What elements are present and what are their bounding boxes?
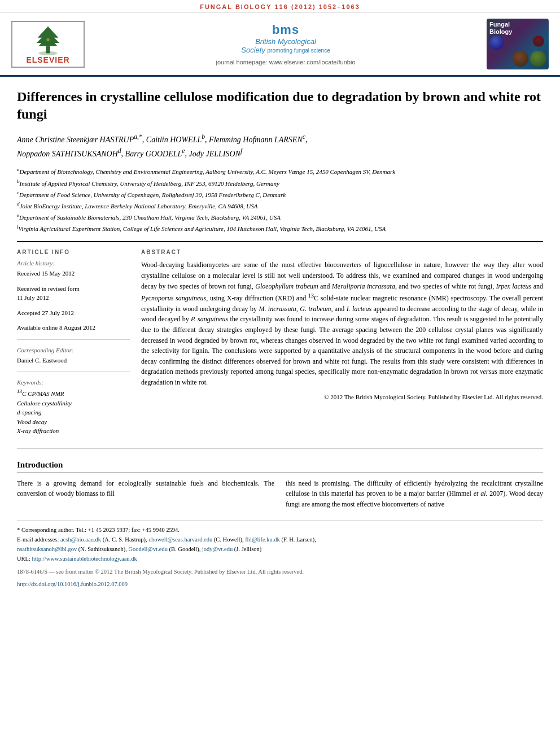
- keyword-2: Cellulose crystallinity: [17, 399, 130, 408]
- history-label: Article history:: [17, 260, 130, 267]
- intro-left-text: There is a growing demand for ecological…: [17, 478, 274, 499]
- bms-society-name: British Mycological: [255, 37, 316, 46]
- sup-a: a,*: [134, 133, 142, 141]
- svg-point-5: [46, 38, 50, 41]
- doi-line: http://dx.doi.org/10.1016/j.funbio.2012.…: [17, 580, 543, 589]
- elsevier-logo: ELSEVIER: [11, 21, 85, 68]
- info-divider-1: [17, 339, 130, 340]
- url-line: URL: http://www.sustainablebiotechnology…: [17, 554, 543, 564]
- affil-d: dJoint BioEnergy Institute, Lawrence Ber…: [17, 200, 543, 211]
- abstract-header: ABSTRACT: [141, 249, 543, 255]
- intro-two-col: There is a growing demand for ecological…: [17, 478, 543, 510]
- article-info-abstract: ARTICLE INFO Article history: Received 1…: [17, 249, 543, 441]
- sup-e: e: [182, 147, 185, 155]
- affil-f: fVirginia Agricultural Experiment Statio…: [17, 223, 543, 233]
- journal-homepage: journal homepage: www.elsevier.com/locat…: [216, 59, 355, 65]
- keyword-1: 13C CP/MAS NMR: [17, 388, 130, 398]
- affil-c: cDepartment of Food Science, University …: [17, 189, 543, 199]
- email-link-4[interactable]: nsathitsuksanoh@lbl.gov: [17, 546, 77, 552]
- keyword-5: X-ray diffraction: [17, 426, 130, 436]
- bms-society-name2: Society promoting fungal science: [241, 46, 330, 54]
- introduction-header: Introduction: [17, 460, 543, 473]
- abstract-col: ABSTRACT Wood-decaying basidiomycetes ar…: [141, 249, 543, 441]
- center-logo-section: bms British Mycological Society promotin…: [85, 23, 487, 65]
- cover-circle-3: [489, 36, 504, 50]
- email-link-5[interactable]: Goodell@vt.edu: [129, 546, 168, 552]
- introduction-section: Introduction There is a growing demand f…: [17, 460, 543, 510]
- affil-a: aDepartment of Biotechnology, Chemistry …: [17, 166, 543, 176]
- cover-circle-4: [533, 36, 544, 47]
- journal-bar: FUNGAL BIOLOGY 116 (2012) 1052–1063: [0, 0, 560, 13]
- bms-logo: bms: [272, 23, 299, 37]
- email-link-2[interactable]: chowell@seas.harvard.edu: [148, 536, 212, 543]
- intro-right-col: this need is promising. The difficulty o…: [286, 478, 543, 510]
- accepted-date: Accepted 27 July 2012: [17, 308, 130, 318]
- keyword-4: Wood decay: [17, 417, 130, 427]
- affil-e: eDepartment of Sustainable Biomaterials,…: [17, 212, 543, 222]
- article-info-header: ARTICLE INFO: [17, 249, 130, 255]
- bms-tagline: promoting fungal science: [268, 47, 330, 54]
- cover-circle-2: [530, 51, 546, 67]
- intro-right-text: this need is promising. The difficulty o…: [286, 478, 543, 510]
- keyword-3: d-spacing: [17, 408, 130, 417]
- footer-notes: * Corresponding author. Tel.: +1 45 2023…: [17, 521, 543, 589]
- available-date: Available online 8 August 2012: [17, 323, 130, 333]
- elsevier-tree-icon: [25, 24, 71, 55]
- keywords-label: Keywords:: [17, 379, 130, 386]
- email-link-3[interactable]: fhl@life.ku.dk: [245, 536, 280, 543]
- divider-thick: [17, 241, 543, 242]
- sup-d: d: [118, 147, 121, 155]
- svg-point-1: [39, 51, 58, 55]
- issn-line: 1878-6146/$ — see front matter © 2012 Th…: [17, 567, 543, 577]
- corresponding-note: * Corresponding author. Tel.: +1 45 2023…: [17, 526, 543, 535]
- email-link-1[interactable]: acsh@bio.aau.dk: [60, 536, 101, 543]
- sup-b: b: [202, 133, 205, 141]
- sup-c: c: [303, 133, 305, 141]
- abstract-text: Wood-decaying basidiomycetes are some of…: [141, 260, 543, 401]
- keywords-list: 13C CP/MAS NMR Cellulose crystallinity d…: [17, 388, 130, 435]
- email-line: E-mail addresses: acsh@bio.aau.dk (A. C.…: [17, 535, 543, 554]
- article-title: Differences in crystalline cellulose mod…: [17, 88, 543, 123]
- cover-circle-1: [513, 51, 528, 67]
- affil-b: bInstitute of Applied Physical Chemistry…: [17, 178, 543, 188]
- cover-title: FungalBiology: [487, 19, 515, 36]
- section-divider: [17, 448, 543, 449]
- info-divider-2: [17, 372, 130, 372]
- elsevier-text: ELSEVIER: [26, 55, 69, 64]
- editor-label: Corresponding Editor:: [17, 347, 130, 353]
- authors: Anne Christine Steenkjær HASTRUPa,*, Cai…: [17, 132, 543, 160]
- email-link-6[interactable]: jody@vt.edu: [202, 546, 233, 552]
- received-date: Received 15 May 2012: [17, 269, 130, 278]
- url-link[interactable]: http://www.sustainablebiotechnology.aau.…: [32, 556, 137, 562]
- abstract-copyright: © 2012 The British Mycological Society. …: [141, 392, 543, 402]
- doi-link[interactable]: http://dx.doi.org/10.1016/j.funbio.2012.…: [17, 581, 128, 587]
- affiliations: aDepartment of Biotechnology, Chemistry …: [17, 166, 543, 233]
- sup-f: f: [240, 147, 242, 155]
- intro-left-col: There is a growing demand for ecological…: [17, 478, 274, 510]
- header-logos: ELSEVIER bms British Mycological Society…: [0, 13, 560, 77]
- revised-date: Received in revised form11 July 2012: [17, 284, 130, 303]
- article-container: Differences in crystalline cellulose mod…: [0, 77, 560, 601]
- cover-circles: [513, 51, 546, 67]
- article-info-col: ARTICLE INFO Article history: Received 1…: [17, 249, 130, 441]
- editor-name: Daniel C. Eastwood: [17, 356, 130, 365]
- fungal-biology-cover: FungalBiology: [487, 19, 549, 69]
